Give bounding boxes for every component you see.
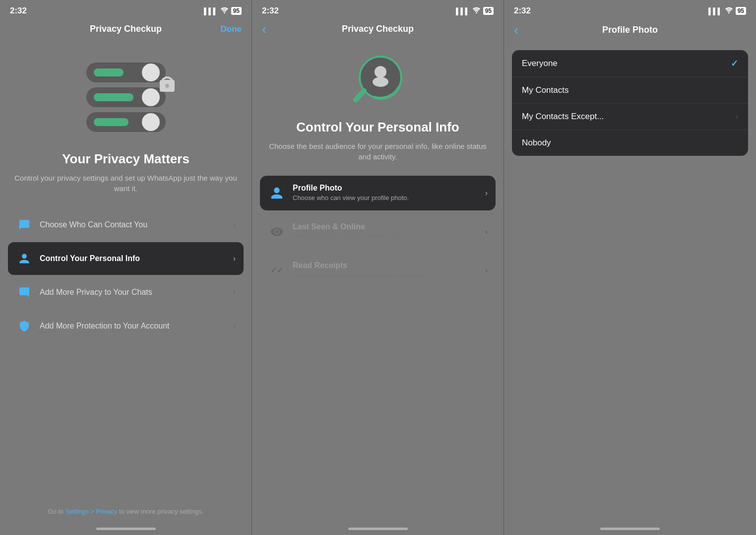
svg-rect-3 xyxy=(94,68,124,76)
status-time-2: 2:32 xyxy=(262,6,279,16)
protection-label: Add More Protection to Your Account xyxy=(40,322,233,331)
home-indicator-2 xyxy=(348,528,408,530)
profile-photo-dropdown: Everyone ✓ My Contacts My Contacts Excep… xyxy=(512,50,748,156)
dropdown-item-everyone[interactable]: Everyone ✓ xyxy=(512,50,748,77)
dropdown-item-my-contacts-except[interactable]: My Contacts Except... › xyxy=(512,104,748,130)
status-icons-3: ▌▌▌ 95 xyxy=(708,7,746,15)
back-button-3[interactable]: ‹ xyxy=(514,23,518,37)
search-illustration xyxy=(348,50,408,110)
home-indicator-3 xyxy=(600,528,660,530)
nav-title-1: Privacy Checkup xyxy=(90,24,162,34)
svg-point-8 xyxy=(165,84,169,88)
signal-icon-1: ▌▌▌ xyxy=(204,7,218,15)
nav-title-3: Profile Photo xyxy=(602,25,658,35)
nobody-label: Nobody xyxy=(522,138,738,148)
chats-icon xyxy=(16,284,33,301)
protection-icon xyxy=(16,318,33,334)
chats-chevron: › xyxy=(233,288,236,297)
personal-chevron: › xyxy=(233,254,236,263)
footer-text-pre: Go to xyxy=(48,508,65,515)
nav-bar-2: ‹ Privacy Checkup xyxy=(252,20,504,40)
menu-item-personal[interactable]: Control Your Personal Info › xyxy=(8,242,244,275)
svg-line-16 xyxy=(356,91,364,100)
panel-3: 2:32 ▌▌▌ 95 ‹ Profile Photo Everyone ✓ xyxy=(504,0,756,535)
personal-label: Control Your Personal Info xyxy=(40,254,233,263)
last-seen-title: Last Seen & Online xyxy=(293,222,481,231)
svg-point-5 xyxy=(142,88,160,106)
profile-photo-content: Profile Photo Choose who can view your p… xyxy=(293,184,481,202)
settings-item-last-seen[interactable]: Last Seen & Online Control who can see y… xyxy=(260,214,496,249)
status-icons-2: ▌▌▌ 95 xyxy=(456,7,494,15)
panel2-content: Control Your Personal Info Choose the be… xyxy=(252,40,504,298)
settings-list: Profile Photo Choose who can view your p… xyxy=(260,176,496,288)
svg-rect-6 xyxy=(94,93,133,101)
svg-point-18 xyxy=(728,12,730,14)
panel1-content: Your Privacy Matters Control your privac… xyxy=(0,40,252,352)
panel1-subtitle: Control your privacy settings and set up… xyxy=(8,173,244,194)
dropdown-item-nobody[interactable]: Nobody xyxy=(512,130,748,156)
read-receipts-desc: Let others know when you view their mess… xyxy=(293,271,481,280)
footer-link[interactable]: Settings > Privacy xyxy=(65,508,117,515)
status-icons-1: ▌▌▌ 95 xyxy=(204,7,242,15)
everyone-label: Everyone xyxy=(522,59,731,68)
read-receipts-icon: ✓✓ xyxy=(268,262,286,279)
contact-icon xyxy=(16,216,33,233)
settings-item-read-receipts[interactable]: ✓✓ Read Receipts Let others know when yo… xyxy=(260,253,496,288)
nav-bar-1: Privacy Checkup Done xyxy=(0,20,252,40)
panel1-footer: Go to Settings > Privacy to view more pr… xyxy=(0,508,252,515)
svg-point-0 xyxy=(224,12,225,14)
svg-rect-11 xyxy=(94,118,128,126)
panel-2: 2:32 ▌▌▌ 95 ‹ Privacy Checkup xyxy=(252,0,504,535)
dropdown-item-my-contacts[interactable]: My Contacts xyxy=(512,77,748,104)
last-seen-desc: Control who can see your online status. xyxy=(293,233,481,241)
last-seen-content: Last Seen & Online Control who can see y… xyxy=(293,222,481,241)
panel1-title: Your Privacy Matters xyxy=(62,151,189,167)
nav-bar-3: ‹ Profile Photo xyxy=(504,20,756,42)
panel2-title: Control Your Personal Info xyxy=(296,120,459,135)
svg-point-12 xyxy=(476,12,477,14)
home-indicator-1 xyxy=(96,528,156,530)
menu-items-list: Choose Who Can Contact You › Control You… xyxy=(8,208,244,342)
profile-photo-title: Profile Photo xyxy=(293,184,481,193)
settings-item-profile-photo[interactable]: Profile Photo Choose who can view your p… xyxy=(260,176,496,210)
status-bar-3: 2:32 ▌▌▌ 95 xyxy=(504,0,756,20)
chats-label: Add More Privacy to Your Chats xyxy=(40,288,233,297)
battery-icon-2: 95 xyxy=(483,7,494,15)
status-bar-2: 2:32 ▌▌▌ 95 xyxy=(252,0,504,20)
profile-photo-desc: Choose who can view your profile photo. xyxy=(293,194,481,202)
nav-title-2: Privacy Checkup xyxy=(342,24,414,34)
read-receipts-chevron: › xyxy=(485,266,488,275)
svg-point-10 xyxy=(142,113,160,131)
wifi-icon-2 xyxy=(472,7,481,15)
battery-icon-1: 95 xyxy=(231,7,242,15)
panel-1: 2:32 ▌▌▌ 95 Privacy Checkup Done xyxy=(0,0,252,535)
done-button-1[interactable]: Done xyxy=(221,24,242,34)
privacy-illustration xyxy=(76,50,176,139)
wifi-icon-1 xyxy=(220,7,229,15)
battery-icon-3: 95 xyxy=(736,7,746,15)
menu-item-chats[interactable]: Add More Privacy to Your Chats › xyxy=(8,276,244,309)
my-contacts-except-label: My Contacts Except... xyxy=(522,112,736,122)
personal-icon xyxy=(16,250,33,267)
contact-label: Choose Who Can Contact You xyxy=(40,220,233,229)
wifi-icon-3 xyxy=(725,7,733,15)
read-receipts-title: Read Receipts xyxy=(293,261,481,270)
read-receipts-content: Read Receipts Let others know when you v… xyxy=(293,261,481,280)
panel2-subtitle: Choose the best audience for your person… xyxy=(260,141,496,162)
back-button-2[interactable]: ‹ xyxy=(262,22,266,36)
status-time-1: 2:32 xyxy=(10,6,27,16)
menu-item-contact[interactable]: Choose Who Can Contact You › xyxy=(8,208,244,241)
protection-chevron: › xyxy=(233,322,236,331)
svg-point-14 xyxy=(375,66,386,78)
last-seen-icon xyxy=(268,223,286,241)
contact-chevron: › xyxy=(233,220,236,229)
status-time-3: 2:32 xyxy=(514,6,531,16)
everyone-check: ✓ xyxy=(731,58,738,69)
my-contacts-label: My Contacts xyxy=(522,85,738,95)
menu-item-protection[interactable]: Add More Protection to Your Account › xyxy=(8,310,244,342)
my-contacts-except-chevron: › xyxy=(736,112,738,121)
last-seen-chevron: › xyxy=(485,227,488,236)
signal-icon-2: ▌▌▌ xyxy=(456,7,470,15)
toggle-locks-svg xyxy=(76,53,176,137)
footer-text-post: to view more privacy settings. xyxy=(117,508,203,515)
